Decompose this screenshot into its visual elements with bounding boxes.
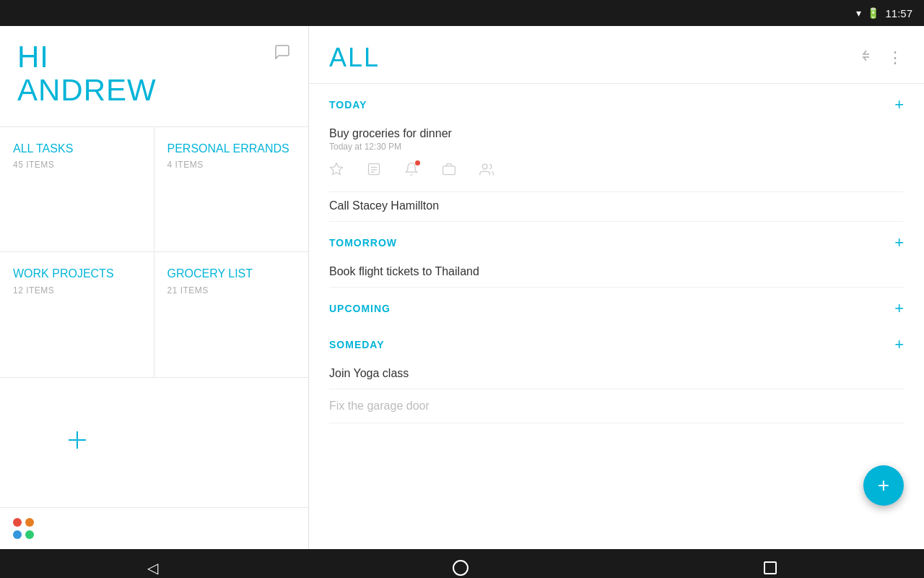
app-container: HI ANDREW ALL TASKS 45 ITEMS PERSONAL ER… [0, 26, 924, 549]
list-cell-personal-errands[interactable]: PERSONAL ERRANDS 4 ITEMS [154, 127, 309, 252]
list-title-all-tasks: ALL TASKS [13, 142, 141, 155]
dot-red [13, 518, 22, 527]
list-count-personal-errands: 4 ITEMS [167, 160, 296, 170]
section-upcoming-label: UPCOMING [329, 303, 391, 314]
status-time: 11:57 [885, 7, 912, 20]
main-content: ALL ⋮ TODAY + Buy groceries for dinner [309, 26, 924, 549]
sidebar-header: HI ANDREW [0, 26, 308, 127]
section-tomorrow-label: TOMORROW [329, 237, 397, 249]
bell-icon[interactable] [404, 162, 419, 180]
section-someday-label: SOMEDAY [329, 339, 385, 350]
task-buy-groceries-title: Buy groceries for dinner [329, 127, 904, 140]
fab-add-icon: + [878, 475, 889, 496]
greeting-line1: HI [17, 40, 157, 74]
task-flight-tickets: Book flight tickets to Thailand [329, 258, 904, 288]
greeting: HI ANDREW [17, 40, 157, 107]
section-tomorrow-add[interactable]: + [894, 235, 904, 251]
list-cell-empty [154, 378, 309, 508]
bottom-nav: ◁ [0, 549, 924, 578]
star-icon[interactable] [329, 162, 344, 180]
sort-icon[interactable] [858, 48, 874, 67]
lists-grid: ALL TASKS 45 ITEMS PERSONAL ERRANDS 4 IT… [0, 127, 308, 508]
svg-point-8 [482, 164, 487, 169]
list-cell-work-projects[interactable]: WORK PROJECTS 12 ITEMS [0, 252, 154, 377]
task-yoga-class-title: Join Yoga class [329, 367, 904, 380]
briefcase-icon[interactable] [442, 162, 456, 180]
dot-orange [25, 518, 34, 527]
list-count-grocery-list: 21 ITEMS [167, 285, 296, 296]
nav-back-button[interactable]: ◁ [147, 559, 158, 577]
list-title-personal-errands: PERSONAL ERRANDS [167, 142, 296, 155]
greeting-line2: ANDREW [17, 74, 157, 107]
list-count-all-tasks: 45 ITEMS [13, 160, 141, 170]
task-garage-door-title: Fix the garage door [329, 400, 904, 413]
task-list: TODAY + Buy groceries for dinner Today a… [309, 84, 924, 549]
wifi-icon: ▾ [856, 7, 861, 19]
task-flight-tickets-title: Book flight tickets to Thailand [329, 265, 904, 278]
section-today-label: TODAY [329, 99, 367, 111]
battery-icon: 🔋 [867, 7, 879, 19]
header-icons: ⋮ [858, 48, 904, 67]
task-icons-row [329, 158, 904, 184]
list-count-work-projects: 12 ITEMS [13, 285, 141, 296]
main-header: ALL ⋮ [309, 26, 924, 84]
list-title-grocery-list: GROCERY LIST [167, 267, 296, 280]
task-garage-door: Fix the garage door [329, 389, 904, 423]
dot-blue [13, 530, 22, 539]
svg-marker-2 [331, 163, 343, 175]
sidebar: HI ANDREW ALL TASKS 45 ITEMS PERSONAL ER… [0, 26, 309, 549]
checklist-icon[interactable] [367, 162, 381, 180]
task-buy-groceries: Buy groceries for dinner Today at 12:30 … [329, 120, 904, 192]
app-dots [13, 518, 34, 539]
sidebar-footer [0, 508, 308, 549]
status-bar: ▾ 🔋 11:57 [0, 0, 924, 26]
list-cell-grocery-list[interactable]: GROCERY LIST 21 ITEMS [154, 252, 309, 377]
add-list-button[interactable] [0, 378, 154, 508]
list-title-work-projects: WORK PROJECTS [13, 267, 141, 280]
dot-green [25, 530, 34, 539]
section-upcoming-add[interactable]: + [894, 301, 904, 316]
list-cell-all-tasks[interactable]: ALL TASKS 45 ITEMS [0, 127, 154, 252]
section-upcoming-header: UPCOMING + [329, 288, 904, 324]
add-list-icon [63, 426, 92, 459]
people-icon[interactable] [479, 162, 495, 180]
chat-icon[interactable] [274, 43, 291, 65]
nav-recents-button[interactable] [764, 561, 777, 574]
nav-home-button[interactable] [453, 560, 468, 576]
task-yoga-class: Join Yoga class [329, 360, 904, 389]
section-today-add[interactable]: + [894, 97, 904, 113]
section-today-header: TODAY + [329, 84, 904, 120]
fab-add-task[interactable]: + [863, 465, 904, 506]
section-someday-header: SOMEDAY + [329, 324, 904, 360]
section-tomorrow-header: TOMORROW + [329, 222, 904, 258]
section-someday-add[interactable]: + [894, 337, 904, 353]
task-call-stacey: Call Stacey Hamillton [329, 192, 904, 222]
more-options-icon[interactable]: ⋮ [887, 48, 904, 67]
task-buy-groceries-time: Today at 12:30 PM [329, 142, 904, 152]
svg-rect-3 [369, 164, 380, 175]
main-title: ALL [329, 43, 380, 73]
svg-rect-7 [443, 166, 456, 175]
task-call-stacey-title: Call Stacey Hamillton [329, 199, 904, 212]
